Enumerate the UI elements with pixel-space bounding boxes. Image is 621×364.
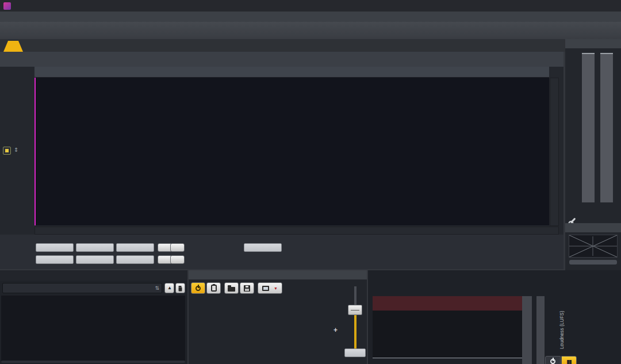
view-redo-button[interactable] bbox=[170, 255, 185, 264]
correlation-scope bbox=[569, 235, 618, 258]
media-browser-panel: ⇅ ▲ bbox=[0, 270, 187, 364]
document-tab-bar bbox=[0, 39, 621, 52]
channel-resize-icon[interactable]: ⇕ bbox=[14, 147, 18, 153]
add-effect-button[interactable]: + bbox=[334, 326, 338, 334]
horizontal-scrollbar[interactable] bbox=[34, 227, 559, 235]
waveform-canvas[interactable] bbox=[34, 78, 549, 225]
loudness-target-band bbox=[373, 296, 527, 311]
output-slider-handle[interactable] bbox=[348, 305, 362, 315]
processing-chain-title-bar bbox=[189, 270, 367, 279]
loudness-pause-button[interactable]: ▮▮ bbox=[561, 356, 577, 364]
chain-power-button[interactable] bbox=[191, 282, 205, 294]
view-from-field[interactable] bbox=[36, 255, 74, 264]
channel-button[interactable] bbox=[3, 147, 11, 155]
correlation-bar bbox=[569, 260, 617, 265]
toolbar bbox=[0, 22, 621, 39]
level-meter-bar-left bbox=[582, 54, 595, 202]
timeline-ruler[interactable] bbox=[34, 67, 549, 78]
chain-paste-button[interactable] bbox=[206, 282, 221, 294]
momentary-meter-bar bbox=[522, 296, 532, 364]
selection-from-field[interactable] bbox=[36, 243, 74, 252]
path-dropdown[interactable]: ⇅ bbox=[2, 283, 162, 293]
folder-up-button[interactable]: ▲ bbox=[164, 283, 174, 293]
playback-cursor[interactable] bbox=[34, 78, 36, 225]
correlation-cross-lines bbox=[569, 235, 617, 257]
vertical-scrollbar[interactable] bbox=[550, 78, 559, 226]
selection-duration-field[interactable] bbox=[116, 243, 154, 252]
browse-folder-button[interactable] bbox=[175, 283, 185, 293]
short-term-meter-bar bbox=[536, 296, 545, 364]
cursor-position-field[interactable] bbox=[244, 243, 282, 252]
loudness-panel-tabs bbox=[368, 270, 621, 281]
selection-info-bar bbox=[0, 235, 564, 269]
loudness-y-axis-label: Loudness (LUFS) bbox=[559, 298, 565, 362]
selection-redo-button[interactable] bbox=[170, 243, 185, 252]
application-window: ⇕ bbox=[0, 0, 621, 364]
chain-open-button[interactable] bbox=[224, 282, 239, 294]
output-level-value[interactable] bbox=[344, 348, 366, 357]
bottom-dock: ⇅ ▲ ▼ bbox=[0, 270, 621, 364]
loudness-meter-body: Loudness (LUFS) ▮▮ bbox=[368, 281, 621, 364]
waveform-editor: ⇕ bbox=[0, 67, 564, 235]
chain-save-button[interactable] bbox=[240, 282, 254, 294]
processing-chain-panel: ▼ + bbox=[189, 270, 367, 364]
media-browser-tabs bbox=[0, 270, 187, 281]
file-list bbox=[1, 296, 185, 362]
level-meter-bar-right bbox=[600, 54, 613, 202]
apply-button[interactable]: ▼ bbox=[258, 282, 282, 294]
file-list-scrollbar[interactable] bbox=[1, 361, 185, 363]
level-meter-settings-wrench-icon[interactable] bbox=[570, 213, 576, 224]
correlation-meter-title-bar bbox=[565, 223, 621, 232]
selection-to-field[interactable] bbox=[76, 243, 114, 252]
menu-bar bbox=[0, 12, 621, 22]
app-logo-icon bbox=[3, 2, 11, 10]
document-tab[interactable] bbox=[3, 41, 23, 52]
title-bar bbox=[0, 0, 621, 12]
meters-column bbox=[565, 39, 621, 270]
overview-waveform[interactable] bbox=[0, 52, 564, 67]
path-spinner-icon[interactable]: ⇅ bbox=[155, 285, 159, 291]
amplitude-scale: ⇕ bbox=[0, 78, 34, 225]
loudness-meter-panel: Loudness (LUFS) ▮▮ bbox=[368, 270, 621, 364]
view-duration-field[interactable] bbox=[116, 255, 154, 264]
view-to-field[interactable] bbox=[76, 255, 114, 264]
loudness-history-chart bbox=[373, 296, 527, 358]
waveform-view[interactable] bbox=[34, 78, 549, 225]
monitor-icon bbox=[262, 286, 269, 291]
level-meter-title-bar bbox=[565, 39, 621, 48]
output-level-slider[interactable] bbox=[354, 309, 356, 350]
loudness-power-button[interactable] bbox=[545, 356, 561, 364]
